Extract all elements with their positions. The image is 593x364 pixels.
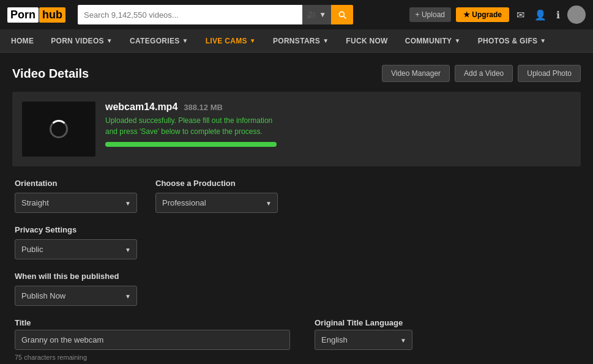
- production-select[interactable]: Professional Amateur Homemade: [155, 193, 278, 213]
- main-nav: HOME PORN VIDEOS ▼ CATEGORIES ▼ LIVE CAM…: [0, 29, 593, 53]
- porn-videos-arrow: ▼: [106, 37, 113, 44]
- upload-message: Uploaded succesfully. Please fill out th…: [105, 115, 571, 137]
- orientation-group: Orientation Straight Gay Transgender ▼: [15, 179, 137, 213]
- header-buttons: Video Manager Add a Video Upload Photo: [382, 65, 581, 82]
- orientation-label: Orientation: [15, 179, 137, 188]
- original-lang-group: Original Title Language English Spanish …: [315, 318, 412, 350]
- production-select-wrapper: Professional Amateur Homemade ▼: [155, 193, 278, 213]
- search-icon: [337, 10, 347, 20]
- avatar[interactable]: [567, 6, 586, 24]
- nav-item-pornstars[interactable]: PORNSTARS ▼: [264, 29, 337, 53]
- pornstars-arrow: ▼: [323, 37, 329, 44]
- add-video-button[interactable]: Add a Video: [455, 65, 513, 82]
- logo-porn: Porn: [7, 7, 39, 23]
- language-select[interactable]: English Spanish French German Japanese: [315, 330, 412, 350]
- publish-row: When will this be published Publish Now …: [15, 272, 578, 306]
- privacy-group: Privacy Settings Public Private Unlisted…: [15, 225, 137, 259]
- privacy-row: Privacy Settings Public Private Unlisted…: [15, 225, 578, 259]
- community-arrow: ▼: [454, 37, 460, 44]
- content-header: Video Details Video Manager Add a Video …: [12, 65, 581, 82]
- nav-item-photos-gifs[interactable]: PHOTOS & GIFS ▼: [469, 29, 555, 53]
- orientation-select-wrapper: Straight Gay Transgender ▼: [15, 193, 137, 213]
- video-filename-row: webcam14.mp4 388.12 MB: [105, 102, 571, 113]
- privacy-label: Privacy Settings: [15, 225, 137, 234]
- video-panel: webcam14.mp4 388.12 MB Uploaded succesfu…: [12, 92, 581, 166]
- top-nav: Pornhub 🎥 ▼ + Upload ★ Upgrade ✉ 👤 ℹ: [0, 0, 593, 29]
- publish-select-wrapper: Publish Now Schedule ▼: [15, 286, 137, 306]
- original-lang-label: Original Title Language: [315, 318, 412, 327]
- title-input[interactable]: [15, 330, 290, 350]
- video-filename: webcam14.mp4: [105, 102, 177, 113]
- lang-select-wrapper: English Spanish French German Japanese ▼: [315, 330, 412, 350]
- publish-label: When will this be published: [15, 272, 137, 281]
- page-title: Video Details: [12, 67, 89, 81]
- logo[interactable]: Pornhub: [7, 7, 65, 23]
- title-group: Title 75 characters remaining + Add a tr…: [15, 318, 290, 364]
- user-icon-button[interactable]: 👤: [532, 7, 549, 23]
- privacy-select-wrapper: Public Private Unlisted ▼: [15, 239, 137, 259]
- chars-remaining: 75 characters remaining: [15, 354, 290, 361]
- nav-item-live-cams[interactable]: LIVE CAMS ▼: [197, 29, 264, 53]
- categories-arrow: ▼: [182, 37, 188, 44]
- search-input[interactable]: [78, 5, 302, 24]
- nav-item-community[interactable]: COMMUNITY ▼: [397, 29, 469, 53]
- progress-bar-fill: [105, 142, 277, 147]
- video-manager-button[interactable]: Video Manager: [382, 65, 450, 82]
- orientation-select[interactable]: Straight Gay Transgender: [15, 193, 137, 213]
- cam-arrow: ▼: [319, 10, 326, 19]
- nav-item-categories[interactable]: CATEGORIES ▼: [121, 29, 197, 53]
- video-icon: 🎥: [307, 10, 316, 19]
- upgrade-button[interactable]: ★ Upgrade: [456, 7, 509, 22]
- search-button[interactable]: [331, 5, 353, 24]
- loading-spinner: [50, 120, 68, 138]
- nav-item-fuck-now[interactable]: FUCK NOW: [337, 29, 396, 53]
- progress-bar-background: [105, 142, 277, 147]
- content-area: Video Details Video Manager Add a Video …: [0, 53, 593, 364]
- publish-group: When will this be published Publish Now …: [15, 272, 137, 306]
- upload-button[interactable]: + Upload: [409, 7, 451, 22]
- nav-item-porn-videos[interactable]: PORN VIDEOS ▼: [42, 29, 121, 53]
- live-cams-arrow: ▼: [250, 37, 256, 44]
- photos-gifs-arrow: ▼: [540, 37, 546, 44]
- production-group: Choose a Production Professional Amateur…: [155, 179, 278, 213]
- info-icon-button[interactable]: ℹ: [554, 7, 562, 23]
- publish-select[interactable]: Publish Now Schedule: [15, 286, 137, 306]
- search-bar: 🎥 ▼: [78, 5, 353, 24]
- form-section: Orientation Straight Gay Transgender ▼ C…: [12, 179, 581, 364]
- cam-button[interactable]: 🎥 ▼: [302, 5, 331, 24]
- production-label: Choose a Production: [155, 179, 278, 188]
- nav-actions: + Upload ★ Upgrade ✉ 👤 ℹ: [409, 6, 586, 24]
- video-filesize: 388.12 MB: [184, 103, 223, 112]
- upload-photo-button[interactable]: Upload Photo: [518, 65, 581, 82]
- orientation-production-row: Orientation Straight Gay Transgender ▼ C…: [15, 179, 578, 213]
- video-thumbnail: [22, 102, 95, 157]
- privacy-select[interactable]: Public Private Unlisted: [15, 239, 137, 259]
- logo-hub: hub: [39, 7, 65, 23]
- mail-icon-button[interactable]: ✉: [514, 7, 527, 23]
- title-label: Title: [15, 318, 290, 327]
- title-section: Title 75 characters remaining + Add a tr…: [15, 318, 578, 364]
- nav-item-home[interactable]: HOME: [2, 29, 42, 53]
- video-info: webcam14.mp4 388.12 MB Uploaded succesfu…: [105, 102, 571, 147]
